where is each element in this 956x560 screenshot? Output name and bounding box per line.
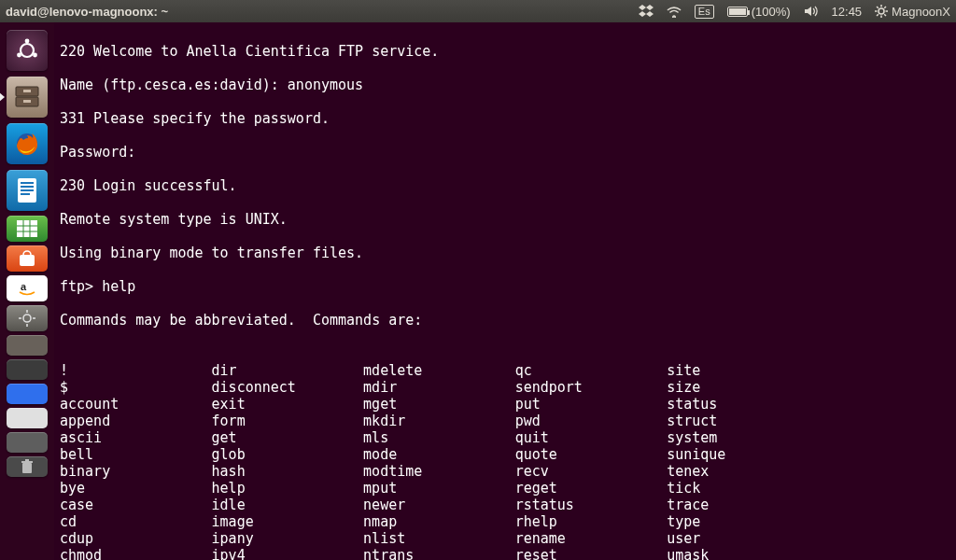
svg-rect-36 bbox=[21, 461, 33, 463]
clock[interactable]: 12:45 bbox=[832, 5, 863, 19]
term-line: Using binary mode to transfer files. bbox=[60, 245, 950, 261]
help-col: site size status struct system sunique t… bbox=[667, 362, 819, 560]
bag-icon bbox=[17, 249, 37, 268]
ubuntu-logo-icon bbox=[14, 37, 40, 63]
top-menu-bar: david@lenovo-magnoonx: ~ Es (100%) 12:45… bbox=[0, 0, 956, 22]
firefox-icon bbox=[12, 129, 42, 159]
term-line: 230 Login successful. bbox=[60, 177, 950, 194]
amazon-icon: a bbox=[17, 280, 37, 297]
terminal-output[interactable]: 220 Welcome to Anella Cientifica FTP ser… bbox=[54, 22, 956, 560]
term-line: Name (ftp.cesca.es:david): anonymous bbox=[60, 77, 950, 93]
wifi-icon[interactable] bbox=[667, 5, 682, 18]
term-line: Remote system type is UNIX. bbox=[60, 211, 950, 228]
svg-point-11 bbox=[33, 53, 37, 58]
help-columns: ! $ account append ascii bell binary bye… bbox=[60, 362, 950, 560]
launcher-trash[interactable] bbox=[5, 455, 49, 478]
term-line: ftp> help bbox=[60, 278, 950, 295]
battery-icon bbox=[727, 7, 748, 17]
svg-rect-21 bbox=[21, 189, 34, 191]
svg-rect-22 bbox=[21, 193, 30, 195]
battery-pct: (100%) bbox=[752, 5, 791, 19]
svg-point-12 bbox=[17, 53, 21, 58]
launcher-files[interactable] bbox=[5, 75, 49, 119]
svg-line-5 bbox=[877, 7, 879, 8]
document-icon bbox=[14, 176, 40, 204]
svg-rect-16 bbox=[23, 100, 31, 103]
svg-line-6 bbox=[884, 14, 886, 16]
gear-icon bbox=[18, 309, 36, 328]
active-marker-icon bbox=[0, 92, 5, 102]
svg-line-7 bbox=[877, 14, 879, 16]
session-menu[interactable]: MagnoonX bbox=[875, 5, 950, 19]
svg-rect-15 bbox=[23, 90, 31, 92]
svg-point-9 bbox=[21, 44, 34, 57]
term-line: 331 Please specify the password. bbox=[60, 110, 950, 127]
launcher-dash[interactable] bbox=[5, 28, 49, 73]
svg-rect-19 bbox=[21, 182, 34, 184]
launcher-app-3[interactable] bbox=[5, 383, 49, 405]
svg-point-30 bbox=[23, 315, 31, 322]
file-cabinet-icon bbox=[13, 85, 41, 109]
svg-rect-23 bbox=[17, 220, 37, 237]
svg-point-10 bbox=[25, 39, 30, 44]
unity-launcher: a bbox=[0, 22, 54, 560]
term-line: Password: bbox=[60, 144, 950, 161]
launcher-app-2[interactable] bbox=[5, 358, 49, 381]
svg-point-0 bbox=[879, 8, 884, 14]
window-title: david@lenovo-magnoonx: ~ bbox=[6, 5, 168, 19]
launcher-app-1[interactable] bbox=[5, 334, 49, 357]
battery-indicator[interactable]: (100%) bbox=[727, 5, 791, 19]
svg-rect-28 bbox=[20, 255, 35, 266]
svg-rect-37 bbox=[25, 459, 29, 461]
gear-icon bbox=[875, 5, 888, 18]
svg-line-8 bbox=[884, 7, 886, 8]
launcher-calc[interactable] bbox=[5, 215, 49, 243]
help-col: qc sendport put pwd quit quote recv rege… bbox=[515, 362, 668, 560]
spreadsheet-icon bbox=[15, 218, 39, 239]
term-line: 220 Welcome to Anella Cientifica FTP ser… bbox=[60, 43, 950, 60]
launcher-amazon[interactable]: a bbox=[5, 274, 49, 302]
svg-rect-20 bbox=[21, 186, 34, 188]
term-line: Commands may be abbreviated. Commands ar… bbox=[60, 312, 950, 329]
launcher-app-5[interactable] bbox=[5, 431, 49, 454]
svg-rect-35 bbox=[22, 463, 32, 473]
help-col: mdelete mdir mget mkdir mls mode modtime… bbox=[363, 362, 515, 560]
keyboard-layout-indicator[interactable]: Es bbox=[695, 5, 714, 19]
svg-text:a: a bbox=[21, 281, 27, 292]
dropbox-icon[interactable] bbox=[639, 5, 654, 18]
trash-icon bbox=[21, 459, 34, 474]
launcher-writer[interactable] bbox=[5, 168, 49, 213]
volume-icon[interactable] bbox=[804, 5, 819, 18]
launcher-software[interactable] bbox=[5, 245, 49, 273]
help-col: dir disconnect exit form get glob hash h… bbox=[212, 362, 364, 560]
launcher-firefox[interactable] bbox=[5, 121, 49, 166]
help-col: ! $ account append ascii bell binary bye… bbox=[60, 362, 212, 560]
launcher-settings[interactable] bbox=[5, 304, 49, 332]
launcher-app-4[interactable] bbox=[5, 407, 49, 429]
